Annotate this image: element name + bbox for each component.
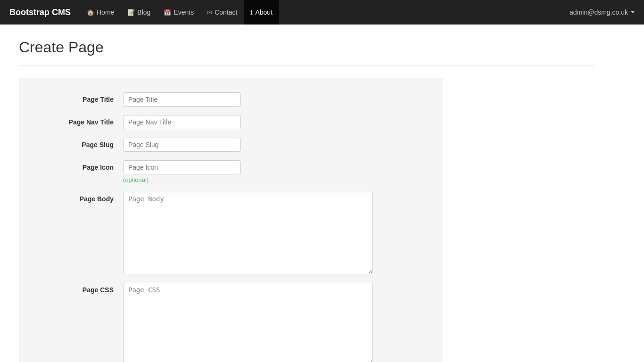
home-icon: 🏠 [87,9,94,16]
label-page-slug: Page Slug [29,138,123,148]
input-page-title[interactable] [123,92,241,107]
nav-item-events[interactable]: 📅 Events [157,0,200,25]
contact-icon: ✉ [207,9,212,16]
form-panel: Page Title Page Nav Title Page Slug Page… [19,78,443,362]
form-group-page-slug: Page Slug [29,138,433,152]
about-icon: ℹ [250,9,253,16]
user-menu[interactable]: admin@dsmg.co.uk [570,8,635,16]
optional-label: (optional) [123,176,241,183]
page-title-heading: Create Page [19,39,594,56]
nav-label-home: Home [97,8,114,16]
textarea-page-css[interactable] [123,283,373,362]
main-content: Create Page Page Title Page Nav Title Pa… [0,25,613,362]
user-menu-caret [631,11,635,13]
blog-icon: 📝 [127,9,135,16]
label-page-nav-title: Page Nav Title [29,115,123,126]
navbar: Bootstrap CMS 🏠 Home 📝 Blog 📅 Events ✉ C… [0,0,644,25]
nav-item-blog[interactable]: 📝 Blog [121,0,157,25]
form-group-page-icon: Page Icon (optional) [29,160,433,183]
nav-link-home[interactable]: 🏠 Home [80,0,121,25]
form-group-page-nav-title: Page Nav Title [29,115,433,129]
form-group-page-body: Page Body [29,192,433,274]
user-email: admin@dsmg.co.uk [570,8,628,16]
input-page-nav-title[interactable] [123,115,241,129]
nav-link-contact[interactable]: ✉ Contact [200,0,244,25]
nav-item-contact[interactable]: ✉ Contact [200,0,244,25]
label-page-body: Page Body [29,192,123,203]
brand-link[interactable]: Bootstrap CMS [9,8,71,17]
form-group-page-title: Page Title [29,92,433,107]
nav-link-about[interactable]: ℹ About [244,0,279,25]
divider [19,66,594,66]
nav-label-blog: Blog [137,8,150,16]
label-page-icon: Page Icon [29,160,123,171]
field-wrapper-page-slug [123,138,241,152]
label-page-title: Page Title [29,92,123,103]
field-wrapper-page-body [123,192,373,274]
nav-label-events: Events [173,8,194,16]
form-group-page-css: Page CSS [29,283,433,362]
field-wrapper-page-title [123,92,241,107]
nav-item-about[interactable]: ℹ About [244,0,279,25]
nav-label-about: About [255,8,272,16]
textarea-page-body[interactable] [123,192,373,274]
field-wrapper-page-icon: (optional) [123,160,241,183]
nav-item-home[interactable]: 🏠 Home [80,0,121,25]
nav-link-blog[interactable]: 📝 Blog [121,0,157,25]
events-icon: 📅 [164,9,171,16]
field-wrapper-page-nav-title [123,115,241,129]
nav-label-contact: Contact [215,8,237,16]
input-page-icon[interactable] [123,160,241,174]
field-wrapper-page-css [123,283,373,362]
nav-link-events[interactable]: 📅 Events [157,0,200,25]
label-page-css: Page CSS [29,283,123,294]
nav-menu: 🏠 Home 📝 Blog 📅 Events ✉ Contact ℹ [80,0,570,25]
input-page-slug[interactable] [123,138,241,152]
